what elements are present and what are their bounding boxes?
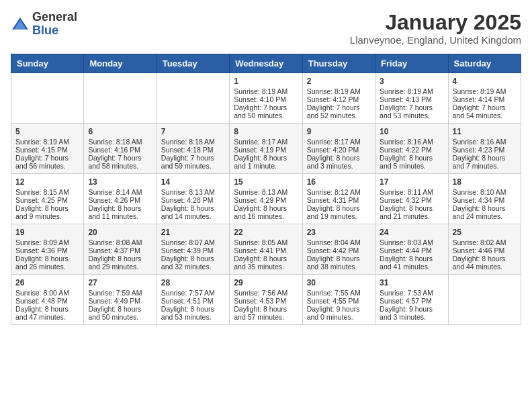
- calendar-cell: 20Sunrise: 8:08 AMSunset: 4:37 PMDayligh…: [84, 224, 157, 275]
- sunrise-text: Sunrise: 8:14 AM: [88, 188, 152, 196]
- title-block: January 2025 Llanveynoe, England, United…: [350, 11, 521, 46]
- daylight-text: Daylight: 8 hours and 41 minutes.: [380, 255, 443, 271]
- day-number: 5: [15, 127, 79, 136]
- daylight-text: Daylight: 9 hours and 3 minutes.: [380, 305, 443, 321]
- sunset-text: Sunset: 4:53 PM: [234, 297, 298, 305]
- day-number: 20: [88, 228, 152, 237]
- sunrise-text: Sunrise: 8:13 AM: [234, 188, 298, 196]
- calendar-cell: 19Sunrise: 8:09 AMSunset: 4:36 PMDayligh…: [11, 224, 84, 275]
- daylight-text: Daylight: 9 hours and 0 minutes.: [307, 305, 371, 321]
- calendar-cell: 17Sunrise: 8:11 AMSunset: 4:32 PMDayligh…: [375, 174, 448, 224]
- calendar-header-monday: Monday: [84, 54, 157, 73]
- sunrise-text: Sunrise: 8:19 AM: [307, 87, 371, 95]
- daylight-text: Daylight: 8 hours and 57 minutes.: [234, 305, 298, 321]
- daylight-text: Daylight: 8 hours and 7 minutes.: [453, 154, 517, 170]
- calendar-cell: 4Sunrise: 8:19 AMSunset: 4:14 PMDaylight…: [448, 73, 521, 124]
- sunrise-text: Sunrise: 8:02 AM: [453, 238, 517, 246]
- calendar-cell: 11Sunrise: 8:16 AMSunset: 4:23 PMDayligh…: [448, 124, 521, 174]
- calendar-cell: [157, 73, 229, 124]
- day-number: 29: [234, 278, 298, 287]
- logo: General Blue: [11, 11, 77, 38]
- day-number: 13: [88, 177, 152, 187]
- day-number: 4: [453, 77, 517, 86]
- calendar-header-tuesday: Tuesday: [157, 54, 229, 73]
- sunrise-text: Sunrise: 8:04 AM: [307, 238, 371, 246]
- daylight-text: Daylight: 8 hours and 3 minutes.: [307, 154, 371, 170]
- sunrise-text: Sunrise: 8:13 AM: [161, 188, 225, 196]
- calendar-subtitle: Llanveynoe, England, United Kingdom: [350, 34, 521, 46]
- calendar-week-row: 26Sunrise: 8:00 AMSunset: 4:48 PMDayligh…: [11, 275, 521, 325]
- calendar-cell: 1Sunrise: 8:19 AMSunset: 4:10 PMDaylight…: [230, 73, 302, 124]
- calendar-cell: 10Sunrise: 8:16 AMSunset: 4:22 PMDayligh…: [375, 124, 448, 174]
- sunset-text: Sunset: 4:42 PM: [307, 246, 371, 255]
- sunset-text: Sunset: 4:22 PM: [380, 146, 443, 154]
- daylight-text: Daylight: 8 hours and 29 minutes.: [88, 255, 152, 271]
- day-number: 2: [307, 77, 371, 86]
- sunset-text: Sunset: 4:29 PM: [234, 196, 298, 204]
- calendar-cell: 13Sunrise: 8:14 AMSunset: 4:26 PMDayligh…: [84, 174, 157, 224]
- daylight-text: Daylight: 8 hours and 35 minutes.: [234, 255, 298, 271]
- day-number: 18: [453, 177, 517, 187]
- day-number: 14: [161, 177, 225, 187]
- sunrise-text: Sunrise: 8:19 AM: [15, 138, 79, 146]
- sunset-text: Sunset: 4:15 PM: [15, 146, 79, 154]
- sunrise-text: Sunrise: 8:15 AM: [15, 188, 79, 196]
- calendar-cell: 27Sunrise: 7:59 AMSunset: 4:49 PMDayligh…: [84, 275, 157, 325]
- sunset-text: Sunset: 4:48 PM: [15, 297, 79, 305]
- day-number: 1: [234, 77, 298, 86]
- day-number: 9: [307, 127, 371, 136]
- daylight-text: Daylight: 8 hours and 16 minutes.: [234, 204, 298, 220]
- daylight-text: Daylight: 8 hours and 11 minutes.: [88, 204, 152, 220]
- sunset-text: Sunset: 4:18 PM: [161, 146, 225, 154]
- sunrise-text: Sunrise: 8:00 AM: [15, 289, 79, 297]
- sunrise-text: Sunrise: 8:08 AM: [88, 238, 152, 246]
- day-number: 21: [161, 228, 225, 237]
- calendar-cell: 7Sunrise: 8:18 AMSunset: 4:18 PMDaylight…: [157, 124, 229, 174]
- calendar-header-wednesday: Wednesday: [230, 54, 302, 73]
- sunrise-text: Sunrise: 7:56 AM: [234, 289, 298, 297]
- day-number: 10: [380, 127, 443, 136]
- daylight-text: Daylight: 7 hours and 59 minutes.: [161, 154, 225, 170]
- sunset-text: Sunset: 4:44 PM: [380, 246, 443, 255]
- calendar-cell: 24Sunrise: 8:03 AMSunset: 4:44 PMDayligh…: [375, 224, 448, 275]
- page-header: General Blue January 2025 Llanveynoe, En…: [11, 11, 521, 46]
- sunset-text: Sunset: 4:28 PM: [161, 196, 225, 204]
- sunset-text: Sunset: 4:13 PM: [380, 95, 443, 103]
- sunrise-text: Sunrise: 8:16 AM: [453, 138, 517, 146]
- calendar-cell: 28Sunrise: 7:57 AMSunset: 4:51 PMDayligh…: [157, 275, 229, 325]
- calendar-title: January 2025: [350, 11, 521, 34]
- daylight-text: Daylight: 7 hours and 54 minutes.: [453, 103, 517, 120]
- calendar-cell: 8Sunrise: 8:17 AMSunset: 4:19 PMDaylight…: [230, 124, 302, 174]
- calendar-cell: 21Sunrise: 8:07 AMSunset: 4:39 PMDayligh…: [157, 224, 229, 275]
- sunrise-text: Sunrise: 8:10 AM: [453, 188, 517, 196]
- calendar-cell: [11, 73, 84, 124]
- sunset-text: Sunset: 4:36 PM: [15, 246, 79, 255]
- calendar-cell: 5Sunrise: 8:19 AMSunset: 4:15 PMDaylight…: [11, 124, 84, 174]
- day-number: 26: [15, 278, 79, 287]
- day-number: 22: [234, 228, 298, 237]
- sunset-text: Sunset: 4:55 PM: [307, 297, 371, 305]
- sunset-text: Sunset: 4:31 PM: [307, 196, 371, 204]
- logo-general-text: General: [32, 10, 77, 24]
- calendar-cell: 15Sunrise: 8:13 AMSunset: 4:29 PMDayligh…: [230, 174, 302, 224]
- calendar-cell: 30Sunrise: 7:55 AMSunset: 4:55 PMDayligh…: [302, 275, 375, 325]
- daylight-text: Daylight: 8 hours and 50 minutes.: [88, 305, 152, 321]
- day-number: 7: [161, 127, 225, 136]
- sunrise-text: Sunrise: 8:16 AM: [380, 138, 443, 146]
- day-number: 8: [234, 127, 298, 136]
- sunrise-text: Sunrise: 7:57 AM: [161, 289, 225, 297]
- day-number: 19: [15, 228, 79, 237]
- day-number: 12: [15, 177, 79, 187]
- sunset-text: Sunset: 4:19 PM: [234, 146, 298, 154]
- calendar-table: SundayMondayTuesdayWednesdayThursdayFrid…: [11, 54, 521, 325]
- calendar-header-row: SundayMondayTuesdayWednesdayThursdayFrid…: [11, 54, 521, 73]
- daylight-text: Daylight: 7 hours and 52 minutes.: [307, 103, 371, 120]
- calendar-header-saturday: Saturday: [448, 54, 521, 73]
- calendar-header-thursday: Thursday: [302, 54, 375, 73]
- calendar-cell: 9Sunrise: 8:17 AMSunset: 4:20 PMDaylight…: [302, 124, 375, 174]
- calendar-cell: 29Sunrise: 7:56 AMSunset: 4:53 PMDayligh…: [230, 275, 302, 325]
- calendar-cell: 12Sunrise: 8:15 AMSunset: 4:25 PMDayligh…: [11, 174, 84, 224]
- sunrise-text: Sunrise: 8:07 AM: [161, 238, 225, 246]
- sunrise-text: Sunrise: 8:18 AM: [161, 138, 225, 146]
- calendar-cell: 25Sunrise: 8:02 AMSunset: 4:46 PMDayligh…: [448, 224, 521, 275]
